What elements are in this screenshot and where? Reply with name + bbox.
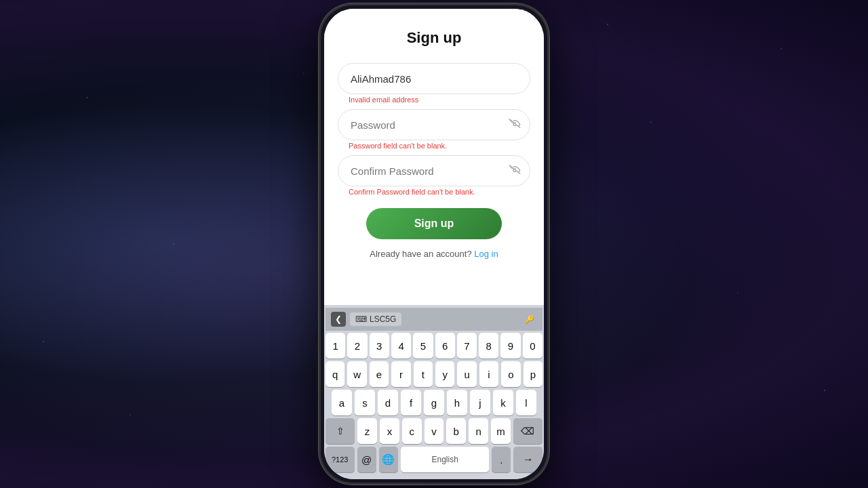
key-6[interactable]: 6: [435, 333, 455, 359]
page-title: Sign up: [338, 29, 530, 47]
key-j[interactable]: j: [470, 390, 490, 415]
key-y[interactable]: y: [435, 361, 454, 387]
keyboard-bottom-row: ?123 @ 🌐 English . →: [326, 447, 542, 472]
key-7[interactable]: 7: [457, 333, 477, 359]
form-area: Sign up Invalid email address: [324, 9, 544, 305]
shift-key[interactable]: ⇧: [326, 418, 355, 444]
screen-content: Sign up Invalid email address: [324, 9, 544, 479]
key-o[interactable]: o: [501, 361, 520, 387]
key-z[interactable]: z: [357, 418, 377, 444]
signup-button[interactable]: Sign up: [366, 208, 502, 239]
delete-key[interactable]: ⌫: [513, 418, 542, 444]
chevron-icon: ❮: [335, 314, 342, 324]
key-a[interactable]: a: [332, 390, 352, 415]
key-0[interactable]: 0: [523, 333, 542, 359]
confirm-password-input-container: [338, 155, 530, 186]
keyboard-area: ❮ ⌨ LSC5G 🔑 1 2 3 4 5 6: [324, 305, 544, 479]
key-g[interactable]: g: [424, 390, 444, 415]
key-d[interactable]: d: [378, 390, 398, 415]
key-m[interactable]: m: [491, 418, 511, 444]
key-f[interactable]: f: [401, 390, 421, 415]
keyboard-icon: ⌨: [355, 314, 367, 324]
key-s[interactable]: s: [355, 390, 375, 415]
key-b[interactable]: b: [446, 418, 466, 444]
key-t[interactable]: t: [414, 361, 433, 387]
email-error: Invalid email address: [338, 96, 530, 104]
password-input-container: [338, 109, 530, 140]
keyboard-numbers-row: 1 2 3 4 5 6 7 8 9 0: [326, 333, 542, 359]
key-x[interactable]: x: [380, 418, 399, 444]
key-8[interactable]: 8: [479, 333, 498, 359]
email-field-wrapper: Invalid email address: [338, 63, 530, 104]
confirm-password-field-wrapper: Confirm Password field can't be blank.: [338, 155, 530, 196]
password-error: Password field can't be blank.: [338, 142, 530, 150]
keyboard-label-text: LSC5G: [370, 314, 396, 324]
key-9[interactable]: 9: [500, 333, 520, 359]
key-p[interactable]: p: [524, 361, 542, 387]
phone-container: Sign up Invalid email address: [319, 3, 549, 485]
keyboard-chevron-button[interactable]: ❮: [331, 312, 346, 327]
keyboard-key-icon[interactable]: 🔑: [522, 314, 537, 325]
symbol-key[interactable]: ?123: [326, 447, 355, 472]
key-r[interactable]: r: [391, 361, 410, 387]
email-input-container: [338, 63, 530, 94]
key-e[interactable]: e: [370, 361, 389, 387]
confirm-password-eye-icon[interactable]: [509, 165, 521, 177]
key-w[interactable]: w: [347, 361, 366, 387]
keyboard-row-3: ⇧ z x c v b n m ⌫: [326, 418, 542, 444]
keyboard-row-1: q w e r t y u i o p: [326, 361, 542, 387]
key-4[interactable]: 4: [391, 333, 411, 359]
keyboard-row-2: a s d f g h j k l: [326, 390, 542, 415]
confirm-password-input[interactable]: [338, 155, 530, 186]
key-1[interactable]: 1: [326, 333, 345, 359]
space-key[interactable]: English: [401, 447, 489, 472]
key-3[interactable]: 3: [370, 333, 389, 359]
phone-screen: Sign up Invalid email address: [324, 9, 544, 479]
key-h[interactable]: h: [447, 390, 467, 415]
key-l[interactable]: l: [516, 390, 536, 415]
return-key[interactable]: →: [513, 447, 542, 472]
key-k[interactable]: k: [493, 390, 513, 415]
key-n[interactable]: n: [469, 418, 488, 444]
key-2[interactable]: 2: [347, 333, 367, 359]
key-v[interactable]: v: [425, 418, 444, 444]
password-field-wrapper: Password field can't be blank.: [338, 109, 530, 150]
password-input[interactable]: [338, 109, 530, 140]
key-i[interactable]: i: [479, 361, 498, 387]
keyboard-toolbar-label: ⌨ LSC5G: [350, 312, 401, 326]
login-prompt: Already have an account? Log in: [338, 249, 530, 266]
at-key[interactable]: @: [357, 447, 376, 472]
confirm-password-error: Confirm Password field can't be blank.: [338, 188, 530, 196]
globe-key[interactable]: 🌐: [379, 447, 398, 472]
email-input[interactable]: [338, 63, 530, 94]
key-u[interactable]: u: [457, 361, 476, 387]
login-prompt-text: Already have an account?: [370, 249, 471, 259]
key-5[interactable]: 5: [413, 333, 433, 359]
password-eye-icon[interactable]: [509, 119, 521, 131]
key-c[interactable]: c: [402, 418, 422, 444]
toolbar-left: ❮ ⌨ LSC5G: [331, 312, 401, 327]
period-key[interactable]: .: [492, 447, 511, 472]
key-q[interactable]: q: [326, 361, 344, 387]
keyboard-toolbar: ❮ ⌨ LSC5G 🔑: [326, 308, 542, 331]
login-link[interactable]: Log in: [474, 249, 498, 259]
